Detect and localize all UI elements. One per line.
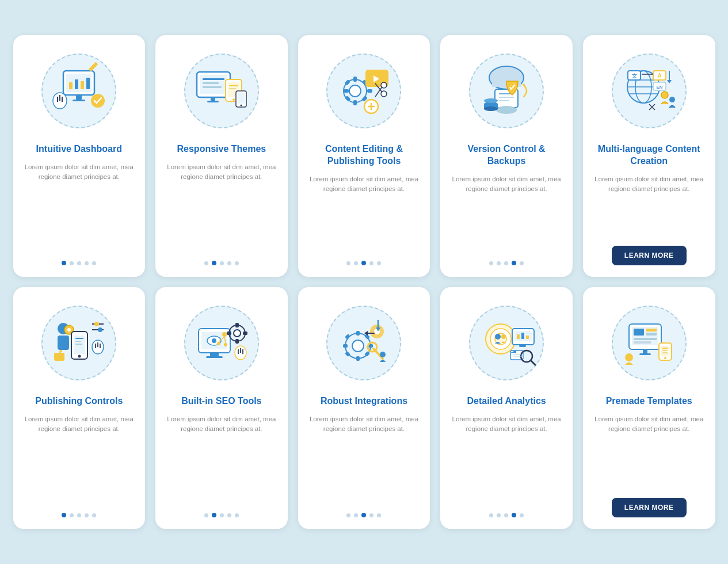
svg-point-30: [349, 85, 361, 97]
svg-text:A: A: [657, 73, 661, 79]
svg-rect-121: [343, 344, 348, 348]
dashboard-icon: [47, 59, 110, 123]
svg-rect-33: [344, 89, 349, 93]
svg-rect-155: [646, 333, 657, 336]
dot: [504, 513, 508, 517]
svg-rect-119: [356, 331, 360, 336]
svg-rect-7: [73, 100, 85, 101]
svg-rect-157: [634, 341, 651, 344]
svg-point-134: [380, 352, 386, 357]
svg-point-101: [212, 338, 216, 343]
card-text-7: Lorem ipsum dolor sit dim amet, mea regi…: [166, 414, 277, 504]
svg-point-54: [496, 106, 517, 114]
svg-rect-87: [54, 353, 64, 361]
analytics-icon: [475, 311, 538, 375]
dot: [512, 513, 516, 517]
svg-point-162: [664, 357, 666, 359]
svg-point-57: [484, 106, 498, 111]
svg-rect-158: [643, 349, 647, 353]
dot: [85, 513, 89, 517]
dot: [204, 513, 208, 517]
card-text-9: Lorem ipsum dolor sit dim amet, mea regi…: [451, 414, 562, 504]
svg-rect-156: [634, 338, 657, 340]
svg-point-118: [352, 340, 364, 352]
svg-rect-86: [75, 344, 82, 345]
card-title-1: Intuitive Dashboard: [36, 143, 122, 155]
svg-rect-3: [75, 79, 78, 89]
dot: [354, 261, 358, 265]
svg-rect-109: [235, 323, 239, 327]
card-grid: Intuitive Dashboard Lorem ipsum dolor si…: [13, 35, 715, 529]
svg-point-163: [625, 353, 633, 361]
card-intuitive-dashboard: Intuitive Dashboard Lorem ipsum dolor si…: [13, 35, 146, 277]
dot: [227, 513, 231, 517]
svg-text:EN: EN: [656, 85, 662, 90]
learn-more-button-2[interactable]: LEARN MORE: [612, 498, 687, 517]
svg-point-70: [669, 97, 675, 102]
publishing-controls-icon: [47, 311, 110, 375]
dot: [512, 261, 516, 265]
dot: [212, 261, 216, 265]
dot: [77, 513, 81, 517]
integrations-icon: [332, 311, 395, 375]
svg-point-138: [495, 334, 501, 340]
svg-point-25: [232, 98, 235, 101]
card-title-6: Publishing Controls: [35, 395, 123, 407]
learn-more-button-1[interactable]: LEARN MORE: [612, 246, 687, 265]
dot: [504, 261, 508, 265]
card-text-6: Lorem ipsum dolor sit dim amet, mea regi…: [24, 414, 135, 504]
svg-rect-34: [367, 89, 372, 93]
svg-rect-27: [238, 93, 245, 104]
icon-circle-5: A 文: [612, 54, 687, 128]
card-multi-language: A 文: [583, 35, 715, 277]
svg-rect-143: [521, 333, 524, 339]
svg-rect-17: [203, 82, 219, 84]
dot: [489, 513, 493, 517]
svg-rect-154: [646, 329, 657, 331]
card-title-5: Multi-language Content Creation: [593, 143, 705, 167]
svg-rect-145: [519, 345, 526, 347]
card-text-1: Lorem ipsum dolor sit dim amet, mea regi…: [24, 162, 135, 251]
icon-circle-7: [184, 306, 259, 380]
dot: [62, 261, 66, 265]
dot: [489, 261, 493, 265]
icon-circle-9: [469, 306, 544, 380]
icon-area-6: [36, 300, 122, 386]
premade-templates-icon: [618, 311, 681, 375]
card-title-10: Premade Templates: [606, 395, 692, 407]
card-title-8: Robust Integrations: [321, 395, 407, 407]
card-text-5: Lorem ipsum dolor sit dim amet, mea regi…: [593, 174, 705, 237]
dots-9: [489, 513, 524, 517]
card-robust-integrations: Robust Integrations Lorem ipsum dolor si…: [298, 287, 430, 529]
dot: [92, 261, 96, 265]
card-title-2: Responsive Themes: [177, 143, 266, 155]
card-title-3: Content Editing & Publishing Tools: [308, 143, 420, 167]
dot: [62, 513, 66, 517]
svg-rect-78: [58, 336, 69, 350]
svg-rect-23: [229, 85, 238, 86]
svg-point-102: [222, 332, 227, 337]
svg-point-93: [94, 322, 99, 326]
dot: [220, 261, 224, 265]
dot: [227, 261, 231, 265]
icon-circle-8: [326, 306, 401, 380]
svg-rect-112: [243, 331, 247, 335]
dot: [377, 513, 381, 517]
dot: [497, 513, 501, 517]
icon-circle-10: [612, 306, 687, 380]
dots-1: [62, 261, 96, 265]
card-builtin-seo: Built-in SEO Tools Lorem ipsum dolor sit…: [155, 287, 288, 529]
svg-rect-16: [203, 78, 224, 80]
card-text-8: Lorem ipsum dolor sit dim amet, mea regi…: [308, 414, 420, 504]
dots-2: [204, 261, 239, 265]
svg-rect-144: [526, 336, 529, 339]
icon-circle-6: [41, 306, 116, 380]
svg-rect-24: [229, 88, 236, 89]
multi-language-icon: A 文: [618, 59, 681, 123]
dot: [361, 261, 366, 265]
svg-rect-6: [76, 95, 82, 100]
svg-rect-31: [353, 77, 357, 82]
svg-rect-84: [75, 338, 83, 339]
dot: [70, 513, 74, 517]
svg-rect-4: [81, 81, 84, 89]
